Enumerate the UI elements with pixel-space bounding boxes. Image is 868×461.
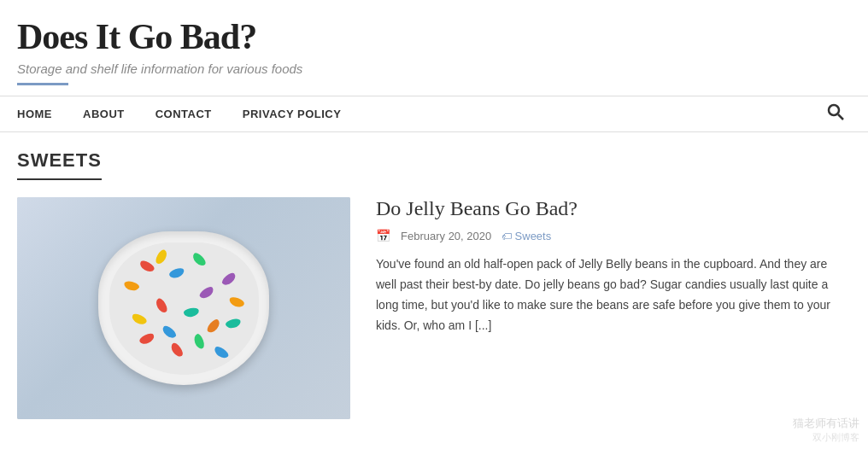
- title-underline: [17, 83, 68, 85]
- bean-1: [138, 259, 155, 274]
- jelly-beans: [109, 242, 259, 375]
- nav-links: HOME ABOUT CONTACT PRIVACY POLICY: [17, 97, 356, 131]
- section-title: SWEETS: [17, 149, 102, 180]
- nav-item-home[interactable]: HOME: [17, 97, 67, 131]
- jelly-bowl-illustration: [17, 197, 350, 419]
- calendar-icon: 📅: [376, 229, 390, 242]
- bean-10: [161, 324, 178, 341]
- site-header: Does It Go Bad? Storage and shelf life i…: [0, 0, 868, 85]
- nav-item-contact[interactable]: CONTACT: [140, 97, 227, 131]
- site-tagline: Storage and shelf life information for v…: [17, 61, 851, 76]
- bean-8: [130, 312, 148, 327]
- bean-2: [167, 266, 185, 280]
- bean-12: [192, 333, 206, 350]
- bean-14: [227, 295, 244, 309]
- bean-9: [206, 318, 222, 335]
- article-title[interactable]: Do Jelly Beans Go Bad?: [376, 197, 851, 220]
- bean-7: [183, 307, 199, 318]
- bean-17: [154, 248, 169, 266]
- bowl-outer: [98, 231, 269, 385]
- bean-11: [138, 332, 155, 347]
- article-body: Do Jelly Beans Go Bad? 📅 February 20, 20…: [376, 197, 851, 336]
- search-button[interactable]: [820, 96, 851, 131]
- article-excerpt: You've found an old half-open pack of Je…: [376, 254, 851, 336]
- article-category[interactable]: Sweets: [501, 230, 551, 242]
- bean-15: [225, 317, 242, 329]
- bean-16: [168, 341, 185, 358]
- article-card: Do Jelly Beans Go Bad? 📅 February 20, 20…: [17, 197, 851, 419]
- article-meta: 📅 February 20, 2020 Sweets: [376, 229, 851, 242]
- bean-6: [154, 297, 169, 315]
- bean-13: [220, 271, 238, 288]
- bean-4: [123, 280, 140, 292]
- bowl-inner: [109, 242, 259, 375]
- bean-18: [213, 344, 230, 360]
- main-nav: HOME ABOUT CONTACT PRIVACY POLICY: [0, 96, 868, 132]
- site-title[interactable]: Does It Go Bad?: [17, 17, 851, 56]
- svg-line-1: [838, 114, 843, 120]
- bean-3: [191, 251, 208, 268]
- article-image[interactable]: [17, 197, 350, 419]
- article-date: February 20, 2020: [401, 230, 491, 242]
- nav-item-privacy[interactable]: PRIVACY POLICY: [227, 97, 357, 131]
- main-content: SWEETS: [0, 132, 868, 436]
- nav-item-about[interactable]: ABOUT: [67, 97, 140, 131]
- bean-5: [197, 285, 214, 301]
- svg-point-0: [829, 105, 839, 115]
